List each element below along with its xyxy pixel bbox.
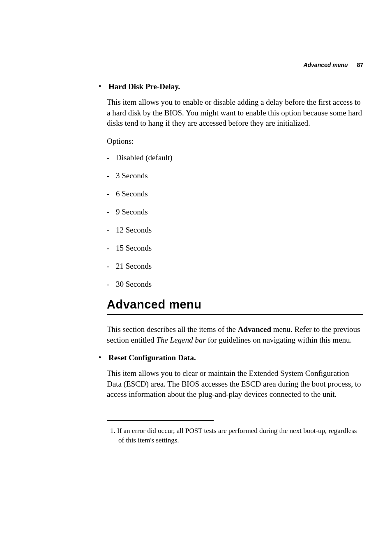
footnote-text: If an error did occur, all POST tests ar…: [117, 427, 357, 444]
footnote-divider: [107, 420, 214, 421]
header-title: Advanced menu: [303, 62, 348, 68]
reset-config-title: Reset Configuration Data.: [108, 353, 196, 362]
reset-config-item: • Reset Configuration Data.: [99, 353, 363, 362]
option-text: 15 Seconds: [116, 244, 152, 252]
options-label: Options:: [107, 137, 363, 146]
reset-config-desc: This item allows you to clear or maintai…: [107, 368, 363, 400]
option-text: 30 Seconds: [116, 280, 152, 288]
hard-disk-predelay-title: Hard Disk Pre-Delay.: [108, 82, 180, 91]
option-item: -3 Seconds: [107, 171, 363, 180]
hard-disk-predelay-desc: This item allows you to enable or disabl…: [107, 97, 363, 129]
option-text: 9 Seconds: [116, 207, 148, 216]
option-text: 21 Seconds: [116, 262, 152, 270]
bullet-marker: •: [99, 82, 107, 91]
intro-ital: The Legend bar: [156, 336, 205, 344]
intro-text: This section describes all the items of …: [107, 325, 238, 334]
footnote: 1. If an error did occur, all POST tests…: [107, 426, 363, 445]
option-item: -15 Seconds: [107, 244, 363, 253]
intro-bold: Advanced: [238, 325, 271, 334]
option-item: -Disabled (default): [107, 153, 363, 162]
option-item: -12 Seconds: [107, 226, 363, 235]
option-text: 6 Seconds: [116, 189, 148, 198]
bullet-marker: •: [99, 353, 107, 362]
intro-text: for guidelines on navigating within this…: [206, 336, 352, 344]
advanced-menu-heading: Advanced menu: [107, 298, 363, 311]
footnote-marker: 1.: [110, 427, 115, 435]
option-text: 3 Seconds: [116, 171, 148, 180]
option-item: -6 Seconds: [107, 189, 363, 198]
advanced-menu-intro: This section describes all the items of …: [107, 324, 363, 345]
option-item: -30 Seconds: [107, 280, 363, 289]
page-content: • Hard Disk Pre-Delay. This item allows …: [107, 82, 363, 445]
option-text: 12 Seconds: [116, 226, 152, 234]
option-text: Disabled (default): [116, 153, 173, 162]
section-divider: [107, 314, 363, 315]
option-item: -9 Seconds: [107, 207, 363, 216]
page-number: 87: [357, 62, 363, 68]
page-header: Advanced menu 87: [303, 62, 363, 68]
option-item: -21 Seconds: [107, 262, 363, 271]
hard-disk-predelay-item: • Hard Disk Pre-Delay.: [99, 82, 363, 91]
options-list: -Disabled (default) -3 Seconds -6 Second…: [107, 153, 363, 289]
